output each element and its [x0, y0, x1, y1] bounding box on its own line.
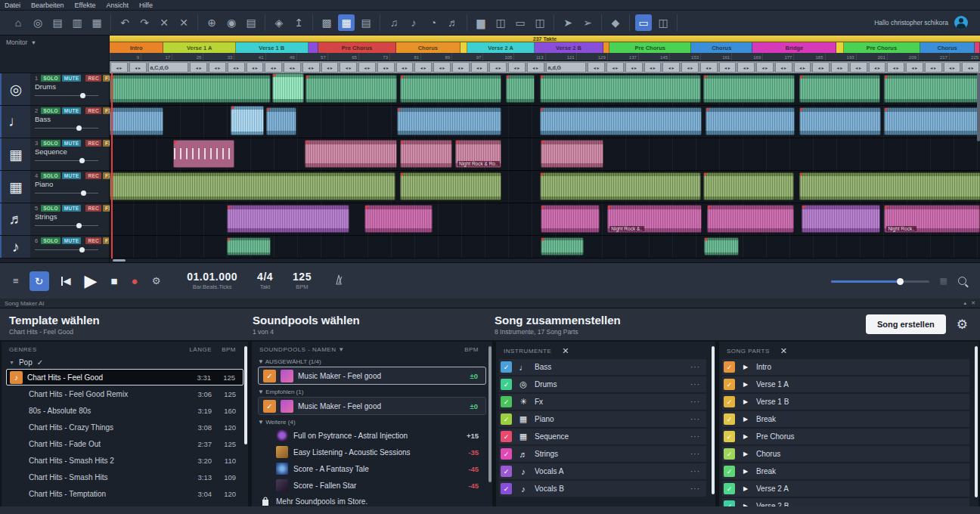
timeline-ruler[interactable]: 9172533414957657381899710511312112913714…: [110, 53, 980, 61]
chord-cell[interactable]: a,d,G: [546, 62, 587, 73]
dual-view-icon[interactable]: ◫: [655, 14, 671, 31]
section-pre-chorus[interactable]: Pre Chorus: [318, 42, 395, 53]
range-tool-icon[interactable]: ➢: [579, 14, 596, 31]
songpart-row[interactable]: ✓▶Intro: [722, 359, 969, 375]
audio-clip[interactable]: [506, 75, 535, 103]
magnifier-icon[interactable]: [958, 277, 966, 285]
play-part-icon[interactable]: ▶: [740, 416, 751, 423]
levels-icon[interactable]: ▆: [473, 14, 489, 31]
section-pre-chorus[interactable]: Pre Chorus: [844, 42, 920, 53]
zoom-slider-knob[interactable]: [897, 278, 904, 285]
mute-button[interactable]: MUTE: [62, 172, 82, 179]
audio-clip[interactable]: [110, 75, 271, 103]
song-maker-settings-icon[interactable]: ⚙: [957, 317, 968, 333]
checkbox-checked[interactable]: ✓: [501, 431, 512, 442]
save-project-icon[interactable]: ▦: [88, 14, 105, 31]
audio-clip[interactable]: [540, 75, 701, 103]
audio-clip[interactable]: [400, 140, 452, 168]
section-spacer[interactable]: [461, 42, 468, 53]
section-chorus[interactable]: Chorus: [691, 42, 752, 53]
menu-item-hilfe[interactable]: Hilfe: [139, 2, 153, 9]
track-volume-slider[interactable]: [35, 222, 98, 228]
play-part-icon[interactable]: ▶: [740, 433, 751, 440]
template-row[interactable]: Chart Hits - Smash Hits 23:20110: [2, 452, 248, 469]
section-verse-2-b[interactable]: Verse 2 B: [535, 42, 603, 53]
create-song-button[interactable]: Song erstellen: [866, 314, 946, 334]
mute-button[interactable]: MUTE: [62, 205, 82, 212]
checkbox-checked[interactable]: ✓: [724, 448, 735, 460]
section-intro[interactable]: Intro: [110, 42, 163, 53]
menu-item-ansicht[interactable]: Ansicht: [106, 2, 129, 9]
monitor-label[interactable]: Monitor ▾: [0, 36, 109, 73]
audio-clip[interactable]: [397, 107, 501, 135]
loop-range-bar[interactable]: 237 Takte: [110, 36, 980, 42]
loop-button[interactable]: ↻: [29, 271, 49, 291]
soundpool-scrollbar[interactable]: [488, 346, 492, 482]
audio-clip[interactable]: [884, 107, 980, 135]
more-options-icon[interactable]: ···: [690, 363, 702, 371]
fade-handle-cell[interactable]: ◂ ▸: [887, 62, 904, 73]
fade-handle-cell[interactable]: ◂ ▸: [869, 62, 886, 73]
instrument-row[interactable]: ✓▦Piano···: [499, 411, 706, 427]
sequencer-icon[interactable]: ▦: [0, 138, 30, 170]
audio-clip[interactable]: [364, 205, 433, 233]
fade-handle-cell[interactable]: ◂ ▸: [471, 62, 488, 73]
fade-handle-cell[interactable]: ◂ ▸: [265, 62, 282, 73]
songpart-row[interactable]: ✓▶Pre Chorus: [722, 429, 969, 444]
checkbox-checked[interactable]: ✓: [724, 483, 735, 494]
soundpool-row[interactable]: ✓Music Maker - Feel good±0: [258, 367, 486, 385]
template-row[interactable]: 80s - Absolute 80s3:19160: [2, 402, 248, 419]
songpart-row[interactable]: ✓▶Verse 2 B: [722, 498, 969, 506]
track-volume-slider[interactable]: [35, 157, 98, 163]
drums-icon[interactable]: ◎: [0, 73, 30, 105]
strings-icon[interactable]: ♬: [0, 203, 30, 235]
audio-clip[interactable]: [799, 75, 880, 103]
audio-clip[interactable]: [884, 75, 980, 103]
template-row[interactable]: Chart Hits - Feel Good Remix3:06125: [2, 386, 248, 402]
more-options-icon[interactable]: ···: [690, 415, 702, 423]
audio-icon[interactable]: ♬: [445, 14, 461, 31]
metronome-icon[interactable]: [333, 274, 345, 289]
checkbox-checked[interactable]: ✓: [724, 466, 735, 477]
chord-cell[interactable]: a,C,d,G: [148, 62, 189, 73]
section-pre-chorus[interactable]: Pre Chorus: [609, 42, 691, 53]
rec-button[interactable]: REC: [85, 107, 101, 114]
audio-clip[interactable]: [706, 107, 794, 135]
instrument-row[interactable]: ✓▦Sequence···: [499, 429, 706, 444]
template-row[interactable]: Chart Hits - Crazy Things3:08120: [2, 419, 248, 435]
fade-handle-cell[interactable]: ◂ ▸: [962, 62, 979, 73]
fade-handle-cell[interactable]: ◂ ▸: [606, 62, 624, 73]
audio-clip[interactable]: [704, 237, 739, 255]
fade-handle-cell[interactable]: ◂ ▸: [209, 62, 226, 73]
section-verse-2-a[interactable]: Verse 2 A: [467, 42, 534, 53]
mute-button[interactable]: MUTE: [62, 237, 82, 244]
checkbox-checked[interactable]: ✓: [501, 483, 512, 494]
checkbox-checked[interactable]: ✓: [501, 361, 512, 373]
bass-icon[interactable]: ♩: [0, 106, 30, 138]
audio-clip[interactable]: [173, 140, 234, 168]
instrument-row[interactable]: ✓♬Strings···: [499, 446, 706, 462]
lock-icon[interactable]: ◈: [271, 14, 287, 31]
fade-handle-cell[interactable]: ◂ ▸: [794, 62, 811, 73]
playhead[interactable]: [111, 73, 113, 259]
close-panel-icon[interactable]: ✕: [971, 300, 975, 306]
songpart-row[interactable]: ✓▶Verse 2 A: [722, 481, 969, 497]
solo-button[interactable]: SOLO: [41, 140, 60, 147]
template-row[interactable]: Chart Hits - Temptation3:04120: [2, 485, 248, 502]
fade-handle-cell[interactable]: ◂ ▸: [756, 62, 774, 73]
checkbox-checked[interactable]: ✓: [501, 413, 512, 425]
play-part-icon[interactable]: ▶: [740, 381, 751, 388]
view-grid-icon[interactable]: ▦: [338, 14, 355, 31]
menu-item-effekte[interactable]: Effekte: [75, 2, 96, 9]
fade-handle-cell[interactable]: ◂ ▸: [228, 62, 245, 73]
more-options-icon[interactable]: ···: [690, 467, 702, 475]
delete-icon[interactable]: ✕: [175, 14, 192, 31]
import-file-icon[interactable]: ▤: [243, 14, 259, 31]
template-scrollbar[interactable]: [244, 346, 247, 444]
template-row[interactable]: Chart Hits - Fade Out2:37125: [2, 435, 248, 452]
more-options-icon[interactable]: ···: [690, 432, 702, 441]
fade-handle-cell[interactable]: ◂ ▸: [489, 62, 507, 73]
fade-handle-cell[interactable]: ◂ ▸: [110, 62, 128, 73]
solo-button[interactable]: SOLO: [41, 107, 60, 114]
checkbox-checked[interactable]: ✓: [501, 396, 512, 407]
